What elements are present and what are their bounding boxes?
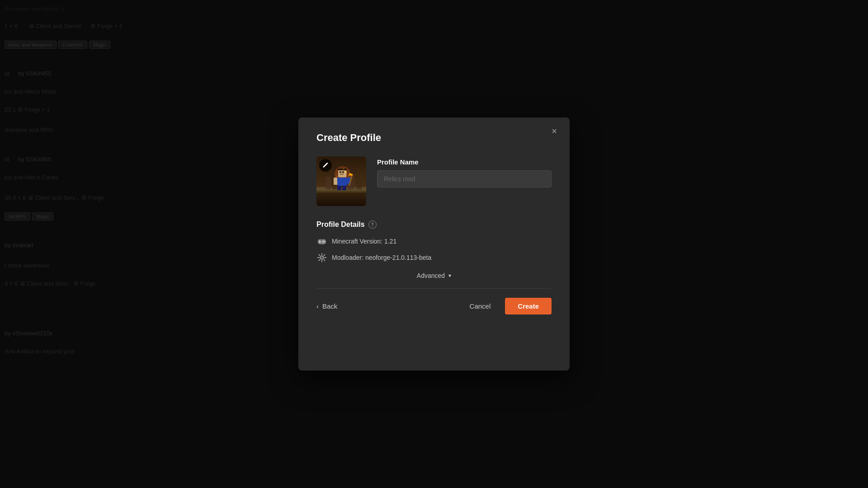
modloader-icon bbox=[316, 252, 327, 263]
modal-title: Create Profile bbox=[316, 132, 552, 144]
advanced-chevron-icon: ▾ bbox=[448, 272, 451, 279]
svg-point-23 bbox=[345, 171, 347, 173]
profile-top-section: Profile Name bbox=[316, 156, 552, 206]
svg-rect-16 bbox=[337, 178, 347, 186]
cancel-button[interactable]: Cancel bbox=[461, 298, 500, 314]
modloader-text: Modloader: neoforge-21.0.113-beta bbox=[332, 254, 431, 261]
back-arrow-icon: ‹ bbox=[316, 302, 319, 310]
footer-right-buttons: Cancel Create bbox=[461, 298, 552, 314]
profile-name-input[interactable] bbox=[377, 170, 552, 188]
modloader-row: Modloader: neoforge-21.0.113-beta bbox=[316, 252, 552, 263]
svg-rect-20 bbox=[342, 186, 346, 190]
modal-footer: ‹ Back Cancel Create bbox=[316, 298, 552, 314]
minecraft-version-icon bbox=[316, 236, 327, 247]
advanced-toggle[interactable]: Advanced ▾ bbox=[316, 272, 552, 279]
svg-rect-3 bbox=[316, 191, 366, 192]
svg-point-24 bbox=[349, 175, 350, 176]
create-button[interactable]: Create bbox=[505, 298, 552, 314]
minecraft-version-row: Minecraft Version: 1.21 bbox=[316, 236, 552, 247]
svg-rect-7 bbox=[356, 179, 362, 189]
create-profile-modal: × Create Profile bbox=[298, 117, 570, 371]
profile-details-help-icon[interactable]: ? bbox=[368, 221, 377, 229]
svg-point-26 bbox=[336, 176, 338, 177]
svg-point-25 bbox=[343, 169, 344, 169]
close-button[interactable]: × bbox=[548, 125, 561, 137]
svg-point-32 bbox=[323, 242, 324, 243]
modal-overlay: × Create Profile bbox=[0, 0, 868, 488]
footer-divider bbox=[316, 288, 552, 289]
svg-rect-4 bbox=[326, 177, 331, 189]
edit-image-button[interactable] bbox=[319, 159, 332, 172]
svg-rect-29 bbox=[319, 241, 321, 242]
back-label: Back bbox=[322, 302, 337, 310]
svg-point-30 bbox=[323, 240, 324, 241]
profile-image-wrapper[interactable] bbox=[316, 156, 366, 206]
profile-details-header: Profile Details ? bbox=[316, 221, 552, 229]
svg-point-36 bbox=[321, 257, 323, 258]
svg-rect-15 bbox=[338, 169, 347, 170]
profile-details-title: Profile Details bbox=[316, 221, 365, 229]
profile-name-section: Profile Name bbox=[377, 156, 552, 188]
minecraft-version-text: Minecraft Version: 1.21 bbox=[332, 238, 396, 245]
advanced-label: Advanced bbox=[417, 272, 445, 279]
svg-point-33 bbox=[322, 241, 323, 242]
edit-icon bbox=[322, 162, 329, 169]
svg-point-31 bbox=[324, 241, 325, 242]
svg-rect-19 bbox=[337, 186, 341, 190]
svg-rect-14 bbox=[340, 174, 344, 175]
profile-name-label: Profile Name bbox=[377, 158, 552, 166]
svg-rect-12 bbox=[340, 171, 341, 173]
back-button[interactable]: ‹ Back bbox=[316, 299, 337, 314]
svg-rect-17 bbox=[334, 178, 337, 185]
svg-rect-13 bbox=[342, 171, 344, 173]
svg-rect-34 bbox=[321, 239, 323, 240]
